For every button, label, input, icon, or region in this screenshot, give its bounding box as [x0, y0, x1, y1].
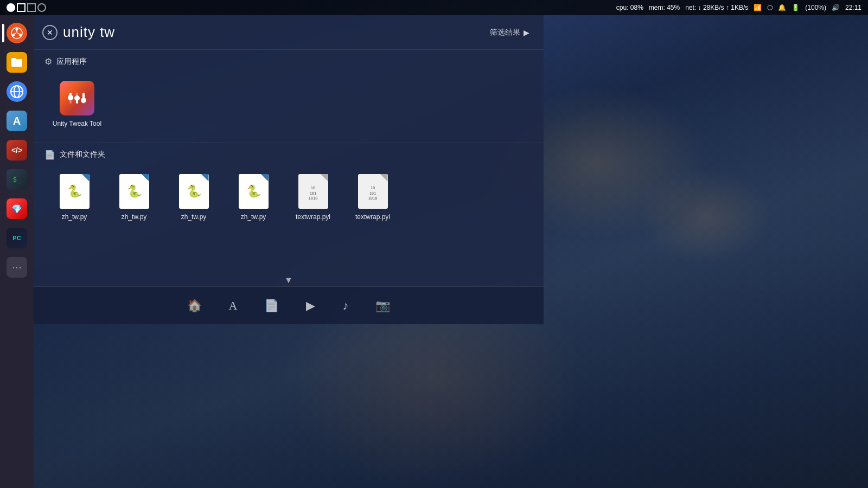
file-item-zh-tw-py-2[interactable]: 🐍 zh_tw.py [104, 169, 164, 227]
music-icon: ♪ [342, 299, 348, 313]
code-icon: </> [7, 140, 27, 160]
app-label: Unity Tweak Tool [53, 120, 101, 129]
dash-overlay: ✕ 筛选结果 ▶ ⚙ 应用程序 [34, 15, 544, 324]
clock: 22:11 [845, 4, 861, 11]
apps-icon: A [229, 299, 238, 313]
svg-point-15 [74, 95, 80, 101]
video-icon: ▶ [306, 299, 315, 313]
sidebar-item-text[interactable]: A [3, 107, 30, 134]
py-file-icon-1: 🐍 [60, 174, 90, 209]
file-label-4: zh_tw.py [241, 213, 266, 222]
apps-section-icon: ⚙ [44, 56, 52, 67]
battery-icon: 🔋 [792, 4, 800, 11]
workspace-2[interactable] [17, 3, 25, 12]
svg-point-1 [16, 28, 18, 31]
files-grid: 🐍 zh_tw.py 🐍 zh_tw.py 🐍 zh_tw.py 🐍 zh_tw… [34, 164, 544, 236]
sidebar-item-misc[interactable]: ⋯ [3, 254, 30, 281]
volume-level-icon: 🔊 [832, 4, 840, 11]
home-icon: 🏠 [187, 299, 202, 313]
file-label-2: zh_tw.py [122, 213, 147, 222]
unity-tweak-icon [60, 81, 94, 115]
sidebar-item-browser[interactable] [3, 78, 30, 105]
python-logo-4: 🐍 [246, 184, 261, 198]
dash-apps-button[interactable]: A [229, 299, 238, 313]
file-label-1: zh_tw.py [62, 213, 87, 222]
workspace-3[interactable] [27, 3, 36, 12]
apps-section-label: 应用程序 [56, 57, 87, 67]
wifi-icon: 📶 [754, 4, 762, 11]
pycharm-icon: PC [7, 228, 27, 248]
svg-line-5 [14, 33, 16, 34]
sidebar-item-terminal[interactable]: $_ [3, 166, 30, 193]
rubymine-icon: 💎 [7, 198, 27, 219]
python-logo-3: 🐍 [187, 184, 201, 198]
browser-icon [7, 81, 27, 102]
files-section-label: 文件和文件夹 [60, 150, 105, 159]
topbar: cpu: 08% mem: 45% net: ↓ 28KB/s ↑ 1KB/s … [0, 0, 868, 15]
battery-label: (100%) [805, 4, 826, 11]
python-logo-1: 🐍 [67, 184, 82, 198]
filter-label: 筛选结果 [490, 28, 520, 37]
text-icon: A [7, 111, 27, 131]
dash-photo-button[interactable]: 📷 [375, 299, 390, 313]
photo-icon: 📷 [375, 299, 390, 313]
app-item-unity-tweak-tool[interactable]: Unity Tweak Tool [44, 75, 110, 134]
sidebar: A </> $_ 💎 PC ⋯ [0, 15, 34, 488]
expand-arrow-container: ▼ [34, 275, 544, 285]
sidebar-item-code[interactable]: </> [3, 137, 30, 164]
misc-icon: ⋯ [7, 257, 27, 278]
file-label-3: zh_tw.py [181, 213, 207, 222]
bluetooth-icon: ⬡ [767, 4, 773, 11]
svg-line-6 [18, 33, 20, 34]
sidebar-item-pycharm[interactable]: PC [3, 224, 30, 252]
txt-content-2: 101011010 [368, 186, 378, 202]
filter-arrow-icon: ▶ [524, 28, 529, 37]
workspace-4[interactable] [37, 3, 46, 12]
search-input[interactable] [63, 24, 484, 41]
file-label-6: textwrap.pyi [355, 213, 390, 222]
topbar-left [7, 3, 46, 12]
py-file-icon-2: 🐍 [119, 174, 149, 209]
txt-file-icon-1: 101011010 [298, 174, 328, 209]
expand-down-arrow[interactable]: ▼ [284, 275, 293, 285]
file-item-textwrap-2[interactable]: 101011010 textwrap.pyi [343, 169, 403, 227]
txt-file-icon-2: 101011010 [358, 174, 388, 209]
apps-section-header: ⚙ 应用程序 [34, 50, 544, 71]
file-label-5: textwrap.pyi [296, 213, 330, 222]
dash-video-button[interactable]: ▶ [306, 299, 315, 313]
file-item-zh-tw-py-4[interactable]: 🐍 zh_tw.py [224, 169, 283, 227]
app-grid: Unity Tweak Tool [34, 71, 544, 143]
py-file-icon-4: 🐍 [239, 174, 269, 209]
volume-icon: 🔔 [778, 4, 786, 11]
files-section-header: 📄 文件和文件夹 [34, 143, 544, 164]
svg-point-18 [81, 98, 86, 103]
file-item-textwrap-1[interactable]: 101011010 textwrap.pyi [283, 169, 343, 227]
terminal-icon: $_ [7, 169, 27, 190]
svg-point-12 [68, 95, 73, 100]
sidebar-item-files[interactable] [3, 49, 30, 76]
dash-bottom-bar: 🏠 A 📄 ▶ ♪ 📷 [34, 286, 544, 324]
workspace-1[interactable] [7, 3, 15, 12]
file-item-zh-tw-py-3[interactable]: 🐍 zh_tw.py [164, 169, 224, 227]
file-item-zh-tw-py-1[interactable]: 🐍 zh_tw.py [44, 169, 104, 227]
ubuntu-logo [7, 23, 27, 43]
dash-files-button[interactable]: 📄 [264, 299, 279, 313]
search-close-button[interactable]: ✕ [42, 25, 58, 40]
mem-stat: mem: 45% [649, 4, 680, 11]
search-bar: ✕ 筛选结果 ▶ [34, 15, 544, 50]
dash-home-button[interactable]: 🏠 [187, 299, 202, 313]
net-stat: net: ↓ 28KB/s ↑ 1KB/s [685, 4, 748, 11]
files-icon [7, 52, 27, 73]
files-section-icon: 📄 [44, 150, 55, 160]
unity-tweak-icon-container [60, 81, 94, 115]
cpu-stat: cpu: 08% [616, 4, 643, 11]
sidebar-item-rubymine[interactable]: 💎 [3, 195, 30, 222]
topbar-right: cpu: 08% mem: 45% net: ↓ 28KB/s ↑ 1KB/s … [616, 4, 861, 11]
workspace-indicators [7, 3, 46, 12]
txt-content-1: 101011010 [309, 186, 318, 202]
filter-results-button[interactable]: 筛选结果 ▶ [490, 28, 529, 37]
py-file-icon-3: 🐍 [179, 174, 209, 209]
sidebar-item-ubuntu[interactable] [3, 20, 30, 47]
dash-music-button[interactable]: ♪ [342, 299, 348, 313]
python-logo-2: 🐍 [127, 184, 142, 198]
